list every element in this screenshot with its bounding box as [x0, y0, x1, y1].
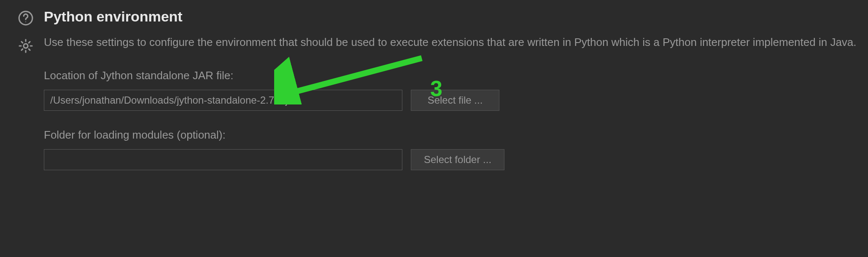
section-description: Use these settings to configure the envi…: [44, 34, 868, 51]
modules-path-input[interactable]: [44, 149, 402, 170]
select-file-button[interactable]: Select file ...: [411, 90, 499, 111]
modules-label: Folder for loading modules (optional):: [44, 128, 868, 142]
jar-label: Location of Jython standalone JAR file:: [44, 69, 868, 82]
svg-point-2: [24, 44, 28, 48]
section-title: Python environment: [44, 8, 868, 25]
svg-point-1: [25, 21, 26, 22]
help-icon[interactable]: [18, 10, 34, 29]
jar-path-input[interactable]: [44, 90, 402, 111]
gear-icon[interactable]: [18, 38, 34, 56]
select-folder-button[interactable]: Select folder ...: [411, 149, 504, 170]
